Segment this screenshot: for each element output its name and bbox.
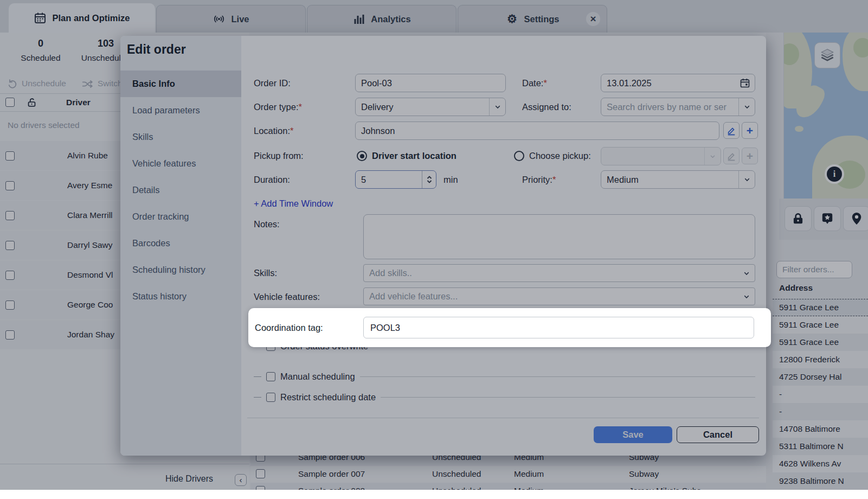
tour-dim-overlay: [0, 0, 868, 499]
coordination-tag-value: POOL3: [370, 323, 400, 333]
app-window: Plan and Optimize Live Analytics ⚙ Setti…: [0, 0, 868, 499]
coordination-tag-label: Coordination tag:: [255, 308, 323, 347]
coordination-tag-spotlight-row: Coordination tag: POOL3: [248, 308, 771, 347]
coordination-tag-input[interactable]: POOL3: [363, 317, 754, 338]
page-bottom-strip: [0, 490, 868, 499]
